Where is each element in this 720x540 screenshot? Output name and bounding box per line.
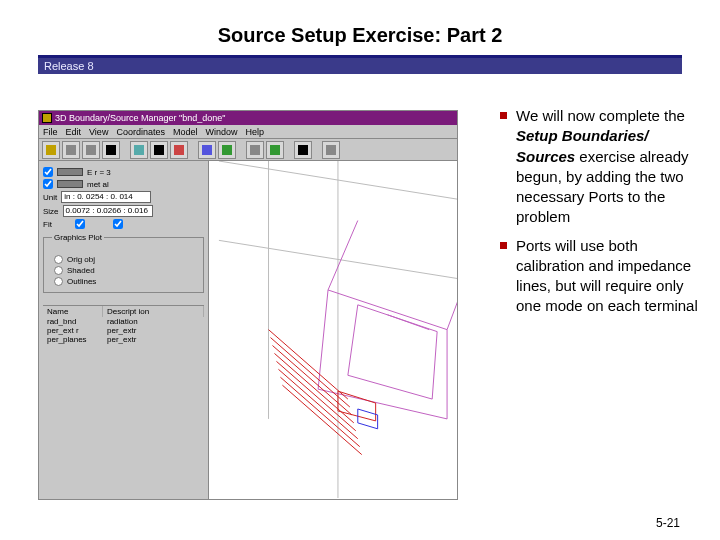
list-cell-name: rad_bnd <box>43 317 103 326</box>
list-header-desc[interactable]: Descript ion <box>103 306 204 317</box>
slide-title: Source Setup Exercise: Part 2 <box>0 0 720 47</box>
bullet-emphasis: Setup Boundaries/ Sources <box>516 127 649 164</box>
list-header-name[interactable]: Name <box>43 306 103 317</box>
hide-icon-glyph <box>174 145 184 155</box>
wave-icon[interactable] <box>198 141 216 159</box>
graphics-radio[interactable] <box>54 255 63 264</box>
open-icon-glyph <box>46 145 56 155</box>
list-cell-name: per_planes <box>43 335 103 344</box>
unit-combo[interactable]: in : 0. 0254 : 0. 014 <box>61 191 151 203</box>
layers-icon[interactable] <box>322 141 340 159</box>
fit-checkbox-2[interactable] <box>113 219 123 229</box>
viewport[interactable] <box>209 161 457 499</box>
list-row[interactable]: per_ext rper_extr <box>43 326 204 335</box>
sidebar: E r = 3met al Unit in : 0. 0254 : 0. 014… <box>39 161 209 499</box>
menu-bar: FileEditViewCoordinatesModelWindowHelp <box>39 125 457 139</box>
graphics-option: Outlines <box>54 277 199 286</box>
cursor-icon-glyph <box>106 145 116 155</box>
list-body: rad_bndradiationper_ext rper_extrper_pla… <box>43 317 204 344</box>
menu-help[interactable]: Help <box>245 127 264 137</box>
menu-model[interactable]: Model <box>173 127 198 137</box>
visibility-swatch <box>57 180 83 188</box>
graphics-option: Orig obj <box>54 255 199 264</box>
zoom-icon[interactable] <box>62 141 80 159</box>
app-title-text: 3D Boundary/Source Manager "bnd_done" <box>55 111 226 125</box>
app-icon <box>42 113 52 123</box>
release-bar: Release 8 <box>38 58 682 74</box>
wire-icon-glyph <box>154 145 164 155</box>
fit-label: Fit <box>43 220 71 229</box>
graphics-radio-label: Outlines <box>67 277 96 286</box>
list-cell-name: per_ext r <box>43 326 103 335</box>
graphics-fieldset: Graphics Plot Orig objShadedOutlines <box>43 237 204 293</box>
cursor-icon[interactable] <box>102 141 120 159</box>
visibility-row: met al <box>43 179 204 189</box>
list-header: Name Descript ion <box>43 305 204 317</box>
bullet-list: We will now complete the Setup Boundarie… <box>498 106 700 325</box>
hide-icon[interactable] <box>170 141 188 159</box>
menu-coordinates[interactable]: Coordinates <box>116 127 165 137</box>
list-cell-desc: per_extr <box>103 326 204 335</box>
menu-edit[interactable]: Edit <box>66 127 82 137</box>
app-titlebar: 3D Boundary/Source Manager "bnd_done" <box>39 111 457 125</box>
fit-row: Fit <box>43 219 204 229</box>
wave-icon-glyph <box>202 145 212 155</box>
unit-row: Unit in : 0. 0254 : 0. 014 <box>43 191 204 203</box>
list-cell-desc: radiation <box>103 317 204 326</box>
model-icon[interactable] <box>246 141 264 159</box>
zoom-extents-icon-glyph <box>86 145 96 155</box>
zoom-extents-icon[interactable] <box>82 141 100 159</box>
graphics-radio-label: Orig obj <box>67 255 95 264</box>
visibility-swatch <box>57 168 83 176</box>
box-icon-glyph <box>134 145 144 155</box>
size-label: Size <box>43 207 59 216</box>
menu-view[interactable]: View <box>89 127 108 137</box>
list-cell-desc: per_extr <box>103 335 204 344</box>
graphics-option: Shaded <box>54 266 199 275</box>
fit-checkbox-1[interactable] <box>75 219 85 229</box>
graphics-radio[interactable] <box>54 266 63 275</box>
list-icon-glyph <box>298 145 308 155</box>
visibility-row: E r = 3 <box>43 167 204 177</box>
visibility-checkbox[interactable] <box>43 167 53 177</box>
wire-icon[interactable] <box>150 141 168 159</box>
zoom-icon-glyph <box>66 145 76 155</box>
mesh-icon[interactable] <box>218 141 236 159</box>
list-icon[interactable] <box>294 141 312 159</box>
open-icon[interactable] <box>42 141 60 159</box>
list-row[interactable]: per_planesper_extr <box>43 335 204 344</box>
menu-file[interactable]: File <box>43 127 58 137</box>
graphics-legend: Graphics Plot <box>52 233 104 242</box>
play-icon-glyph <box>270 145 280 155</box>
visibility-label: E r = 3 <box>87 168 111 177</box>
mesh-icon-glyph <box>222 145 232 155</box>
bullet-item: We will now complete the Setup Boundarie… <box>498 106 700 228</box>
graphics-radio-label: Shaded <box>67 266 95 275</box>
visibility-checkbox[interactable] <box>43 179 53 189</box>
menu-window[interactable]: Window <box>205 127 237 137</box>
app-window: 3D Boundary/Source Manager "bnd_done" Fi… <box>38 110 458 500</box>
bullet-item: Ports will use both calibration and impe… <box>498 236 700 317</box>
size-combo[interactable]: 0.0072 : 0.0266 : 0.016 <box>63 205 153 217</box>
unit-label: Unit <box>43 193 57 202</box>
page-number: 5-21 <box>656 516 680 530</box>
box-icon[interactable] <box>130 141 148 159</box>
graphics-radio[interactable] <box>54 277 63 286</box>
list-row[interactable]: rad_bndradiation <box>43 317 204 326</box>
play-icon[interactable] <box>266 141 284 159</box>
layers-icon-glyph <box>326 145 336 155</box>
visibility-label: met al <box>87 180 109 189</box>
toolbar <box>39 139 457 161</box>
wireframe-svg <box>209 161 457 498</box>
model-icon-glyph <box>250 145 260 155</box>
size-row: Size 0.0072 : 0.0266 : 0.016 <box>43 205 204 217</box>
